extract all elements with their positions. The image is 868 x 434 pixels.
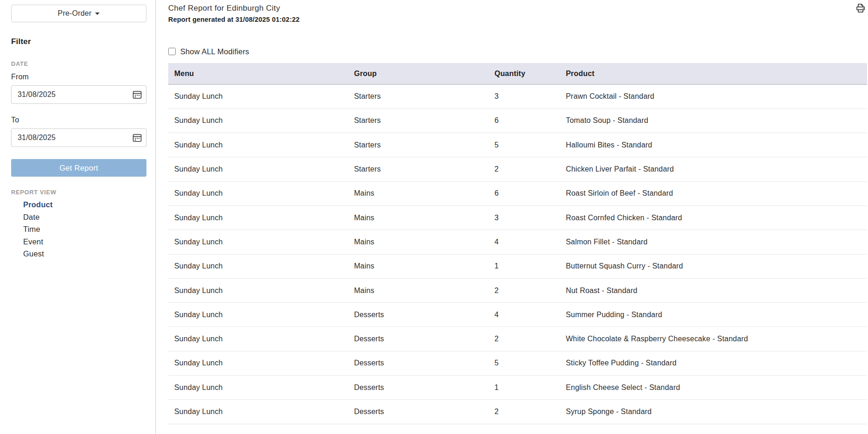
table-row: Sunday Lunch Mains 4 Salmon Fillet - Sta… xyxy=(168,230,867,254)
table-row: Sunday Lunch Desserts 1 English Cheese S… xyxy=(168,376,867,400)
cell-menu: Sunday Lunch xyxy=(168,84,348,108)
cell-quantity: 3 xyxy=(488,205,560,230)
cell-product: English Cheese Select - Standard xyxy=(560,376,867,400)
cell-quantity: 4 xyxy=(488,303,560,327)
report-view-date[interactable]: Date xyxy=(23,213,40,221)
from-date-wrap xyxy=(11,85,146,104)
table-row: Sunday Lunch Desserts 2 Syrup Sponge - S… xyxy=(168,400,867,424)
cell-product: Nut Roast - Standard xyxy=(560,278,867,302)
calendar-icon[interactable] xyxy=(133,133,142,142)
date-section-label: DATE xyxy=(11,60,146,67)
cell-product: Prawn Cocktail - Standard xyxy=(560,84,867,108)
cell-menu: Sunday Lunch xyxy=(168,254,348,278)
report-generated-timestamp: Report generated at 31/08/2025 01:02:22 xyxy=(168,16,867,23)
cell-product: Syrup Sponge - Standard xyxy=(560,400,867,424)
cell-product: Tomato Soup - Standard xyxy=(560,108,867,133)
cell-product: Sticky Toffee Pudding - Standard xyxy=(560,351,867,375)
cell-menu: Sunday Lunch xyxy=(168,181,348,205)
cell-menu: Sunday Lunch xyxy=(168,400,348,424)
cell-menu: Sunday Lunch xyxy=(168,278,348,302)
from-label: From xyxy=(11,73,146,81)
cell-menu: Sunday Lunch xyxy=(168,303,348,327)
cell-menu: Sunday Lunch xyxy=(168,133,348,157)
app-window: Pre-Order Filter DATE From To xyxy=(0,0,868,434)
cell-quantity: 1 xyxy=(488,376,560,400)
cell-product: Summer Pudding - Standard xyxy=(560,303,867,327)
cell-quantity: 6 xyxy=(488,108,560,133)
table-row: Sunday Lunch Starters 3 Prawn Cocktail -… xyxy=(168,84,867,108)
cell-group: Desserts xyxy=(348,327,488,351)
column-header-group: Group xyxy=(348,63,488,84)
cell-menu: Sunday Lunch xyxy=(168,108,348,133)
to-date-input[interactable] xyxy=(11,128,146,147)
report-view-product[interactable]: Product xyxy=(23,200,53,209)
report-view-event[interactable]: Event xyxy=(23,237,43,246)
caret-down-icon xyxy=(95,13,100,15)
cell-menu: Sunday Lunch xyxy=(168,230,348,254)
report-view-list: Product Date Time Event Guest xyxy=(11,200,146,262)
cell-group: Desserts xyxy=(348,303,488,327)
cell-quantity: 2 xyxy=(488,157,560,181)
cell-menu: Sunday Lunch xyxy=(168,327,348,351)
cell-menu: Sunday Lunch xyxy=(168,205,348,230)
column-header-menu: Menu xyxy=(168,63,348,84)
column-header-product: Product xyxy=(560,63,867,84)
cell-product: Halloumi Bites - Standard xyxy=(560,133,867,157)
report-table: Menu Group Quantity Product Sunday Lunch… xyxy=(168,63,867,424)
calendar-icon[interactable] xyxy=(133,90,142,99)
main-content: Chef Report for Edinburgh City Report ge… xyxy=(156,0,868,434)
cell-product: Butternut Squash Curry - Standard xyxy=(560,254,867,278)
preorder-dropdown-label: Pre-Order xyxy=(58,9,92,18)
cell-group: Mains xyxy=(348,205,488,230)
cell-product: White Chocolate & Raspberry Cheesecake -… xyxy=(560,327,867,351)
from-date-input[interactable] xyxy=(11,85,146,104)
cell-quantity: 2 xyxy=(488,278,560,302)
cell-group: Mains xyxy=(348,278,488,302)
show-all-modifiers-checkbox[interactable] xyxy=(168,48,176,55)
get-report-button[interactable]: Get Report xyxy=(11,159,146,177)
sidebar: Pre-Order Filter DATE From To xyxy=(0,0,156,434)
cell-product: Chicken Liver Parfait - Standard xyxy=(560,157,867,181)
cell-menu: Sunday Lunch xyxy=(168,376,348,400)
cell-quantity: 5 xyxy=(488,133,560,157)
cell-quantity: 3 xyxy=(488,84,560,108)
show-modifiers-row: Show ALL Modifiers xyxy=(168,46,867,57)
cell-quantity: 2 xyxy=(488,327,560,351)
to-date-wrap xyxy=(11,128,146,147)
cell-group: Desserts xyxy=(348,400,488,424)
cell-quantity: 2 xyxy=(488,400,560,424)
cell-group: Starters xyxy=(348,84,488,108)
cell-quantity: 5 xyxy=(488,351,560,375)
filter-heading: Filter xyxy=(11,37,146,46)
cell-group: Starters xyxy=(348,133,488,157)
report-table-body: Sunday Lunch Starters 3 Prawn Cocktail -… xyxy=(168,84,867,424)
table-row: Sunday Lunch Desserts 4 Summer Pudding -… xyxy=(168,303,867,327)
table-row: Sunday Lunch Starters 5 Halloumi Bites -… xyxy=(168,133,867,157)
cell-quantity: 6 xyxy=(488,181,560,205)
report-view-guest[interactable]: Guest xyxy=(23,249,44,258)
table-row: Sunday Lunch Mains 1 Butternut Squash Cu… xyxy=(168,254,867,278)
report-view-label: REPORT VIEW xyxy=(11,189,146,196)
cell-product: Salmon Fillet - Standard xyxy=(560,230,867,254)
report-table-header: Menu Group Quantity Product xyxy=(168,63,867,84)
cell-menu: Sunday Lunch xyxy=(168,157,348,181)
table-row: Sunday Lunch Starters 6 Tomato Soup - St… xyxy=(168,108,867,133)
cell-product: Roast Sirloin of Beef - Standard xyxy=(560,181,867,205)
page-title: Chef Report for Edinburgh City xyxy=(168,4,867,13)
print-button[interactable] xyxy=(855,3,866,13)
cell-group: Mains xyxy=(348,230,488,254)
cell-quantity: 4 xyxy=(488,230,560,254)
to-label: To xyxy=(11,116,146,124)
table-row: Sunday Lunch Desserts 2 White Chocolate … xyxy=(168,327,867,351)
printer-icon xyxy=(855,3,866,13)
report-view-time[interactable]: Time xyxy=(23,225,40,233)
cell-group: Starters xyxy=(348,108,488,133)
column-header-quantity: Quantity xyxy=(488,63,560,84)
table-row: Sunday Lunch Mains 6 Roast Sirloin of Be… xyxy=(168,181,867,205)
preorder-dropdown-button[interactable]: Pre-Order xyxy=(11,5,146,22)
cell-group: Desserts xyxy=(348,351,488,375)
cell-quantity: 1 xyxy=(488,254,560,278)
table-row: Sunday Lunch Mains 2 Nut Roast - Standar… xyxy=(168,278,867,302)
table-row: Sunday Lunch Mains 3 Roast Cornfed Chick… xyxy=(168,205,867,230)
cell-group: Starters xyxy=(348,157,488,181)
